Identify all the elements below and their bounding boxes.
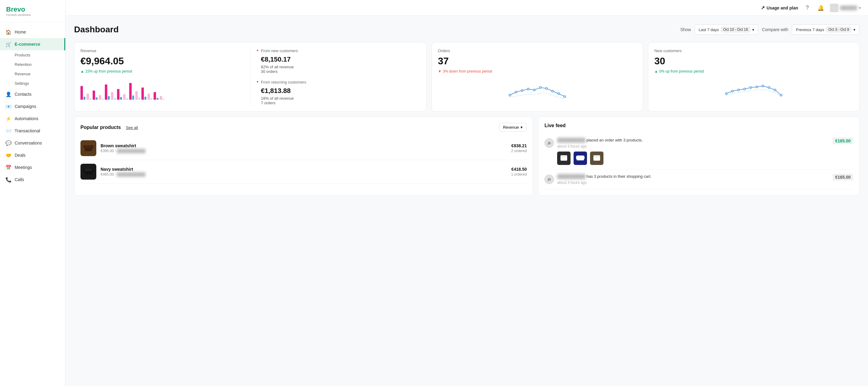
- arrow-up-icon: ▲: [654, 69, 658, 73]
- content-area: Dashboard Show Last 7 days Oct 10 - Oct …: [65, 16, 868, 386]
- sidebar-sub-revenue[interactable]: Revenue: [0, 69, 65, 79]
- usage-plan-button[interactable]: ↗ Usage and plan: [761, 5, 798, 11]
- arrow-down-icon: ▼: [438, 69, 442, 73]
- feed-text: ██████████ has 3 products in their shopp…: [557, 174, 651, 179]
- nav-list: 🏠 Home 🛒 E-commerce Products Retention R…: [0, 22, 65, 386]
- sidebar-item-conversations[interactable]: 💬 Conversations: [0, 137, 65, 149]
- sidebar-item-transactional[interactable]: 📨 Transactional: [0, 125, 65, 137]
- svg-rect-34: [593, 155, 600, 157]
- product-revenue: €418.50: [511, 167, 527, 172]
- svg-point-16: [762, 85, 764, 87]
- product-thumb-3: [590, 151, 603, 165]
- sidebar-item-contacts[interactable]: 👤 Contacts: [0, 88, 65, 100]
- svg-point-6: [546, 88, 547, 89]
- sidebar-item-label: Deals: [14, 153, 26, 158]
- sidebar-item-label: Campaigns: [14, 104, 36, 109]
- avatar: jh: [544, 174, 554, 184]
- product-revenue-group: €418.50 1 ordered: [511, 167, 527, 177]
- sidebar-sub-settings[interactable]: Settings: [0, 79, 65, 88]
- feed-text: ██████████ placed an order with 3 produc…: [557, 138, 643, 143]
- sidebar-sub-products[interactable]: Products: [0, 50, 65, 60]
- usage-label: Usage and plan: [767, 5, 798, 10]
- user-name: ██████: [840, 5, 857, 10]
- avatar: [830, 4, 838, 12]
- new-customers-label: New customers: [654, 49, 853, 53]
- feed-item-header: jh ██████████ has 3 products in their sh…: [544, 174, 853, 185]
- popular-title-group: Popular products See all: [81, 125, 138, 130]
- svg-point-4: [533, 89, 535, 91]
- sidebar-item-home[interactable]: 🏠 Home: [0, 26, 65, 38]
- svg-point-2: [521, 90, 523, 91]
- sidebar-item-label: Meetings: [14, 165, 32, 170]
- product-info: Navy sweatshirt €465.00 · ███████████: [100, 167, 507, 177]
- from-new-orders: 30 orders: [261, 69, 298, 74]
- main-area: ↗ Usage and plan ? 🔔 ██████ ▾ Dashboard …: [65, 0, 868, 386]
- svg-point-3: [527, 88, 529, 90]
- svg-rect-31: [576, 156, 578, 159]
- svg-point-19: [780, 94, 782, 96]
- sidebar-item-automations[interactable]: ⚡ Automations: [0, 113, 65, 125]
- dashboard-controls: Show Last 7 days Oct 10 - Oct 16 ▾ Compa…: [680, 24, 860, 35]
- avatar: jh: [544, 138, 554, 148]
- svg-point-0: [509, 94, 511, 96]
- svg-point-8: [558, 93, 560, 94]
- feed-time: about 3 hours ago: [557, 144, 643, 148]
- popular-title: Popular products: [81, 125, 121, 130]
- revenue-value: €9,964.05: [81, 56, 244, 67]
- svg-point-5: [539, 87, 541, 88]
- logo: Brevo Formerly sendinblue: [0, 0, 65, 22]
- product-revenue: €838.21: [511, 143, 527, 148]
- svg-rect-30: [577, 155, 584, 160]
- compare-dates-badge: Oct 3 - Oct 9: [826, 27, 851, 33]
- popular-products-header: Popular products See all Revenue ▾: [81, 123, 527, 132]
- meetings-icon: 📅: [5, 164, 11, 171]
- sidebar-item-label: Contacts: [14, 92, 31, 97]
- from-new-value: €8,150.17: [261, 56, 298, 63]
- top-header: ↗ Usage and plan ? 🔔 ██████ ▾: [65, 0, 868, 16]
- deals-icon: 🤝: [5, 152, 11, 158]
- sidebar-item-ecommerce[interactable]: 🛒 E-commerce: [0, 38, 65, 50]
- sidebar-item-label: Conversations: [14, 141, 42, 145]
- from-new-label: From new customers: [261, 49, 298, 53]
- live-feed-title: Live feed: [544, 123, 853, 128]
- sidebar-item-label: Calls: [14, 177, 24, 182]
- new-customers-trend: ▲ 0% up from previous period: [654, 69, 853, 73]
- svg-rect-23: [85, 145, 92, 148]
- automations-icon: ⚡: [5, 116, 11, 122]
- sidebar-item-meetings[interactable]: 📅 Meetings: [0, 161, 65, 174]
- usage-icon: ↗: [761, 5, 765, 11]
- user-menu[interactable]: ██████ ▾: [830, 4, 861, 12]
- svg-point-7: [552, 90, 554, 92]
- sidebar-item-deals[interactable]: 🤝 Deals: [0, 149, 65, 161]
- svg-rect-32: [583, 156, 585, 159]
- orders-card: Orders 37 ▼ 3% down from previous period: [432, 42, 643, 112]
- period-dates-badge: Oct 10 - Oct 16: [721, 27, 750, 33]
- svg-point-17: [768, 87, 770, 88]
- feed-content: ██████████ placed an order with 3 produc…: [557, 138, 643, 148]
- product-price: €465.00: [100, 172, 114, 177]
- product-meta: €395.00 · ███████████: [100, 149, 507, 153]
- period-select[interactable]: Last 7 days Oct 10 - Oct 16 ▾: [694, 24, 758, 35]
- product-name: Navy sweatshirt: [100, 167, 507, 172]
- compare-period-label: Previous 7 days: [796, 27, 824, 32]
- stats-row: Revenue €9,964.05 ▲ 15% up from previous…: [74, 42, 860, 112]
- sidebar-item-campaigns[interactable]: 📧 Campaigns: [0, 100, 65, 113]
- see-all-link[interactable]: See all: [126, 125, 138, 130]
- compare-select[interactable]: Previous 7 days Oct 3 - Oct 9 ▾: [792, 24, 860, 35]
- help-icon[interactable]: ?: [803, 4, 812, 12]
- from-new-pct: 82% of all revenue: [261, 65, 298, 69]
- revenue-left: Revenue €9,964.05 ▲ 15% up from previous…: [81, 49, 244, 105]
- sort-dropdown[interactable]: Revenue ▾: [499, 123, 527, 132]
- conversations-icon: 💬: [5, 140, 11, 146]
- bell-icon[interactable]: 🔔: [816, 4, 825, 12]
- feed-user: jh ██████████ placed an order with 3 pro…: [544, 138, 643, 148]
- from-new-group: ● From new customers €8,150.17 82% of al…: [257, 49, 420, 74]
- svg-point-1: [515, 91, 517, 93]
- feed-item-header: jh ██████████ placed an order with 3 pro…: [544, 138, 853, 148]
- sidebar-item-calls[interactable]: 📞 Calls: [0, 174, 65, 186]
- revenue-right: ● From new customers €8,150.17 82% of al…: [250, 49, 420, 105]
- sidebar-sub-retention[interactable]: Retention: [0, 60, 65, 69]
- product-name: Brown sweatshirt: [100, 143, 507, 148]
- feed-username: ██████████: [557, 138, 585, 143]
- feed-amount: €165.00: [833, 174, 853, 180]
